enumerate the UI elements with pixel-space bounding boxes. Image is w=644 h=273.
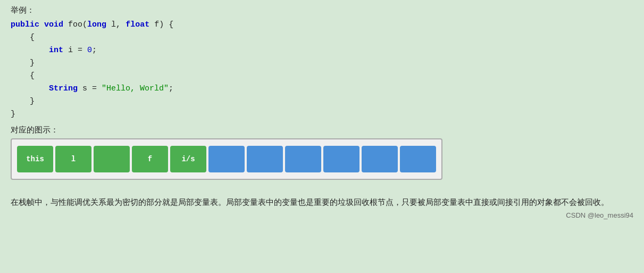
- slot-blue4: [323, 146, 359, 172]
- bottom-text: 在栈帧中，与性能调优关系最为密切的部分就是局部变量表。局部变量表中的变量也是重要…: [11, 195, 622, 209]
- code-line-5: {: [11, 70, 633, 82]
- code-line-4: }: [11, 57, 633, 70]
- code-line-6: String s = "Hello, World";: [11, 82, 633, 95]
- slot-blue6: [400, 146, 436, 172]
- diagram-label: 对应的图示：: [11, 125, 633, 135]
- slot-l: l: [55, 146, 91, 172]
- code-line-3: int i = 0;: [11, 44, 633, 57]
- example-label: 举例：: [11, 5, 633, 15]
- code-block: public void foo(long l, float f) { { int…: [11, 19, 633, 121]
- slot-blue1: [208, 146, 245, 172]
- code-line-2: {: [11, 31, 633, 44]
- diagram-container: this l f i/s: [11, 138, 442, 180]
- csdn-credit: CSDN @leo_messi94: [11, 211, 633, 219]
- slot-blue2: [247, 146, 283, 172]
- slot-this: this: [17, 146, 53, 172]
- slot-blue5: [362, 146, 398, 172]
- slot-empty1: [94, 146, 130, 172]
- code-line-1: public void foo(long l, float f) {: [11, 19, 633, 31]
- slot-f: f: [132, 146, 168, 172]
- slot-blue3: [285, 146, 321, 172]
- code-line-7: }: [11, 95, 633, 108]
- code-line-8: }: [11, 108, 633, 121]
- slot-is: i/s: [170, 146, 206, 172]
